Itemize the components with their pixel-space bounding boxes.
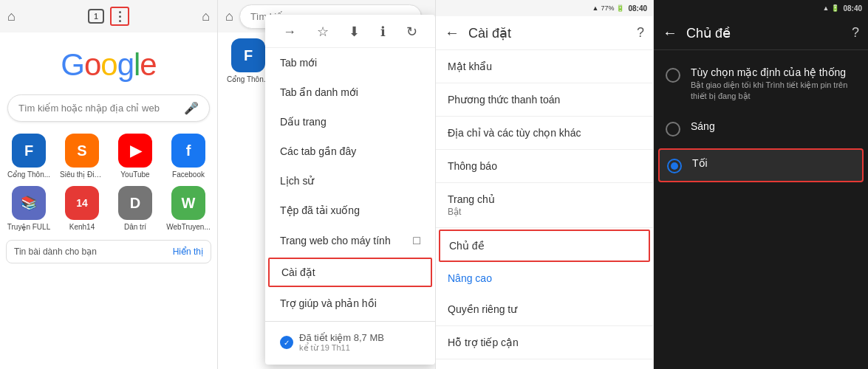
settings-cai-dat-trang-web[interactable]: Cài đặt trang web xyxy=(436,359,653,369)
shortcut-icon-sieu-thi: S xyxy=(65,134,99,168)
menu-label-tab-moi: Tab mới xyxy=(280,57,317,69)
menu-item-tab-an-danh-moi[interactable]: Tab ẩn danh mới xyxy=(265,77,435,107)
bookmark-icon[interactable]: ☆ xyxy=(317,24,329,40)
label-dia-chi: Địa chỉ và các tùy chọn khác xyxy=(448,127,581,139)
bg-label-cong-thon: Cổng Thôn... xyxy=(227,75,270,83)
settings-title: Cài đặt xyxy=(468,25,637,41)
theme-title-light: Sáng xyxy=(691,120,856,132)
radio-dark[interactable] xyxy=(667,159,682,173)
shortcut-web-truyen[interactable]: W WebTruyen... xyxy=(165,186,211,231)
shortcut-icon-youtube: ▶ xyxy=(118,134,152,168)
theme-text-default: Tùy chọn mặc định của hệ thống Bật giao … xyxy=(691,66,856,103)
menu-item-tro-giup[interactable]: Trợ giúp và phản hồi xyxy=(265,289,435,318)
google-logo: Google xyxy=(0,47,217,83)
home-icon-right[interactable]: ⌂ xyxy=(202,9,210,24)
back-arrow-p3[interactable]: ← xyxy=(445,24,459,41)
status-bar-p3: ▲ 77% 🔋 08:40 xyxy=(436,0,653,16)
status-bar-p4: ▲ 🔋 08:40 xyxy=(654,0,868,16)
shortcut-label-dan-tri: Dân trí xyxy=(124,223,146,231)
settings-chu-de[interactable]: Chủ đề xyxy=(439,230,650,262)
help-icon-p3[interactable]: ? xyxy=(637,25,644,41)
panel-settings: ▲ 77% 🔋 08:40 ← Cài đặt ? Mật khẩu Phươn… xyxy=(436,0,654,369)
battery-icon-p4: 🔋 xyxy=(831,4,839,12)
shortcut-icon-web-truyen: W xyxy=(171,186,205,220)
shortcut-kenh14[interactable]: 14 Kenh14 xyxy=(59,186,105,231)
menu-dot-1 xyxy=(119,11,121,13)
menu-item-lich-su[interactable]: Lịch sử xyxy=(265,166,435,196)
dropdown-menu: → ☆ ⬇ ℹ ↻ Tab mới Tab ẩn danh mới Dấu tr… xyxy=(265,15,435,365)
menu-item-tab-moi[interactable]: Tab mới xyxy=(265,48,435,77)
shortcut-dan-tri[interactable]: D Dân trí xyxy=(112,186,158,231)
time-p4: 08:40 xyxy=(843,4,862,13)
shortcut-label-youtube: YouTube xyxy=(120,170,149,179)
download-icon[interactable]: ⬇ xyxy=(349,24,360,40)
theme-header: ← Chủ đề ? xyxy=(654,16,868,50)
menu-label-tro-giup: Trợ giúp và phản hồi xyxy=(280,297,377,309)
mic-icon[interactable]: 🎤 xyxy=(184,101,199,115)
menu-item-tep-tai-xuong[interactable]: Tệp đã tải xuống xyxy=(265,196,435,225)
settings-dia-chi[interactable]: Địa chỉ và các tùy chọn khác xyxy=(436,117,653,150)
theme-options-list: Tùy chọn mặc định của hệ thống Bật giao … xyxy=(654,50,868,369)
shortcut-label-facebook: Facebook xyxy=(172,170,205,179)
sub-trang-chu: Bật xyxy=(448,207,641,217)
settings-mat-khau[interactable]: Mật khẩu xyxy=(436,50,653,83)
search-placeholder: Tìm kiếm hoặc nhập địa chỉ web xyxy=(18,103,160,114)
menu-item-cac-tab-gan-day[interactable]: Các tab gần đây xyxy=(265,137,435,166)
settings-thong-bao[interactable]: Thông báo xyxy=(436,150,653,183)
theme-text-light: Sáng xyxy=(691,120,856,132)
shortcut-cong-thon-1[interactable]: F Cổng Thôn... xyxy=(6,134,52,179)
settings-header: ← Cài đặt ? xyxy=(436,16,653,50)
theme-option-light[interactable]: Sáng xyxy=(654,111,868,145)
menu-item-trang-web-may-tinh[interactable]: Trang web cho máy tính □ xyxy=(265,225,435,256)
theme-option-default[interactable]: Tùy chọn mặc định của hệ thống Bật giao … xyxy=(654,58,868,111)
label-quyen-rieng-tu: Quyền riêng tư xyxy=(448,303,517,315)
home-icon[interactable]: ⌂ xyxy=(7,9,16,24)
settings-ho-tro-tiep-can[interactable]: Hỗ trợ tiếp cận xyxy=(436,326,653,359)
settings-quyen-rieng-tu[interactable]: Quyền riêng tư xyxy=(436,293,653,326)
shortcut-truyen-full-1[interactable]: 📚 Truyện FULL xyxy=(6,186,52,231)
settings-trang-chu[interactable]: Trang chủ Bật xyxy=(436,183,653,228)
menu-label-tab-an-danh-moi: Tab ẩn danh mới xyxy=(280,86,358,98)
shortcuts-grid: F Cổng Thôn... S Siêu thị Điệ... ▶ YouTu… xyxy=(6,134,211,231)
label-thanh-toan: Phương thức thanh toán xyxy=(448,94,560,106)
menu-label-trang-web-may-tinh: Trang web cho máy tính xyxy=(280,235,391,246)
dropdown-footer: ✓ Đã tiết kiệm 8,7 MB kể từ 19 Th11 xyxy=(265,325,435,360)
news-label: Tin bài dành cho bạn xyxy=(14,246,97,257)
label-ho-tro-tiep-can: Hỗ trợ tiếp cận xyxy=(448,337,519,348)
nav-forward-icon[interactable]: → xyxy=(283,24,296,40)
menu-label-cai-dat: Cài đặt xyxy=(281,266,315,278)
checkbox-icon[interactable]: □ xyxy=(413,234,420,247)
menu-button[interactable] xyxy=(110,7,129,26)
shortcut-label-web-truyen: WebTruyen... xyxy=(166,223,210,231)
shortcut-label-truyen-full-1: Truyện FULL xyxy=(7,223,50,231)
tab-count-badge[interactable]: 1 xyxy=(88,9,104,24)
theme-option-dark[interactable]: Tối xyxy=(658,148,864,182)
radio-light[interactable] xyxy=(666,122,680,137)
search-bar[interactable]: Tìm kiếm hoặc nhập địa chỉ web 🎤 xyxy=(7,94,210,122)
dropdown-divider xyxy=(265,321,435,322)
wifi-icon-p4: ▲ xyxy=(823,4,830,12)
theme-desc-default: Bật giao diện tối khi Trình tiết kiệm pi… xyxy=(691,80,856,103)
help-icon-p4[interactable]: ? xyxy=(852,25,859,41)
shortcut-facebook[interactable]: f Facebook xyxy=(165,134,211,179)
settings-list: Mật khẩu Phương thức thanh toán Địa chỉ … xyxy=(436,50,653,369)
shortcut-icon-facebook: f xyxy=(171,134,205,168)
shortcut-label-sieu-thi: Siêu thị Điệ... xyxy=(60,170,104,179)
shortcut-youtube[interactable]: ▶ YouTube xyxy=(112,134,158,179)
refresh-icon[interactable]: ↻ xyxy=(406,24,417,40)
news-link[interactable]: Hiển thị xyxy=(173,246,203,257)
shortcut-sieu-thi[interactable]: S Siêu thị Điệ... xyxy=(59,134,105,179)
settings-thanh-toan[interactable]: Phương thức thanh toán xyxy=(436,83,653,117)
panel-menu-dropdown: ⌂ Tìm kiếm F Cổng Thôn... 📚 Truyện FULL … xyxy=(218,0,436,369)
menu-dot-3 xyxy=(119,20,121,22)
shortcut-label-kenh14: Kenh14 xyxy=(69,223,95,231)
settings-nang-cao[interactable]: Nâng cao xyxy=(436,263,653,293)
back-arrow-p4[interactable]: ← xyxy=(663,24,677,41)
info-icon[interactable]: ℹ xyxy=(380,24,386,40)
bg-shortcut-cong-thon: F Cổng Thôn... xyxy=(227,38,270,83)
label-nang-cao: Nâng cao xyxy=(448,272,492,284)
menu-item-cai-dat[interactable]: Cài đặt xyxy=(268,258,432,287)
home-icon-p2[interactable]: ⌂ xyxy=(225,9,233,24)
menu-item-dau-trang[interactable]: Dấu trang xyxy=(265,107,435,137)
radio-default[interactable] xyxy=(666,68,680,83)
